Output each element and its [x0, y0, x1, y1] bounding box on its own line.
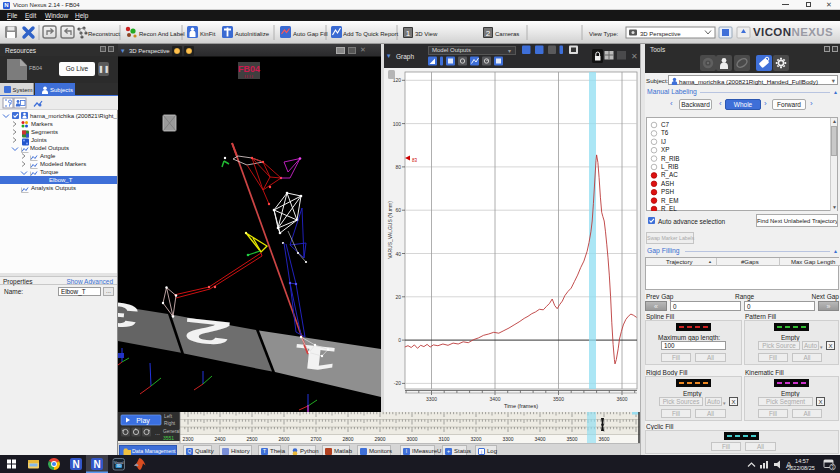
svg-text:3500: 3500: [566, 436, 577, 442]
svg-text:2600: 2600: [278, 436, 289, 442]
svg-text:R_RIB: R_RIB: [661, 155, 680, 163]
svg-text:3600: 3600: [616, 396, 627, 402]
svg-text:VARUS_VALGUS (N.mm): VARUS_VALGUS (N.mm): [387, 201, 393, 259]
svg-text:1: 1: [291, 337, 340, 380]
svg-text:3300: 3300: [426, 396, 437, 402]
svg-text:20: 20: [395, 294, 401, 300]
svg-text:N: N: [93, 459, 100, 470]
svg-text:2022/08/25: 2022/08/25: [787, 465, 815, 471]
svg-text:3400: 3400: [489, 396, 500, 402]
svg-text:100: 100: [393, 121, 402, 127]
svg-text:3300: 3300: [502, 436, 513, 442]
svg-text:Left: Left: [164, 414, 173, 419]
svg-text:R_AC: R_AC: [661, 171, 678, 179]
svg-text:0: 0: [398, 337, 401, 343]
svg-text:3400: 3400: [534, 436, 545, 442]
svg-text:3000: 3000: [406, 436, 417, 442]
svg-text:60: 60: [395, 207, 401, 213]
svg-text:▌ ▌ ▌ ▌: ▌ ▌ ▌ ▌: [244, 74, 253, 78]
svg-text:IJ: IJ: [661, 138, 666, 145]
svg-text:2800: 2800: [342, 436, 353, 442]
svg-text:3551: 3551: [163, 435, 174, 441]
svg-text:Play: Play: [136, 417, 150, 425]
svg-text:80: 80: [395, 164, 401, 170]
svg-text:FB04: FB04: [238, 64, 260, 74]
svg-text:N: N: [72, 459, 79, 470]
svg-text:14:57: 14:57: [795, 458, 809, 464]
svg-text:L_RIB: L_RIB: [661, 163, 679, 171]
svg-text:PSH: PSH: [661, 188, 674, 195]
svg-text:3500: 3500: [553, 396, 564, 402]
svg-text:3200: 3200: [470, 436, 481, 442]
svg-text:...: ...: [155, 430, 160, 436]
svg-text:2: 2: [486, 29, 491, 38]
svg-text:ASH: ASH: [661, 180, 674, 187]
svg-text:3D: 3D: [116, 464, 121, 468]
svg-text:R_EL: R_EL: [661, 205, 677, 211]
svg-text:C7: C7: [661, 121, 670, 128]
svg-text:Time (frames): Time (frames): [504, 403, 538, 409]
svg-text:2300: 2300: [182, 436, 193, 442]
svg-text:2400: 2400: [214, 436, 225, 442]
svg-text:3600: 3600: [598, 436, 609, 442]
svg-text:3100: 3100: [438, 436, 449, 442]
svg-text:T6: T6: [661, 129, 669, 136]
svg-text:40: 40: [395, 251, 401, 257]
svg-text:2: 2: [181, 310, 234, 353]
svg-text:1: 1: [406, 29, 411, 38]
svg-text:General: General: [163, 429, 180, 434]
svg-text:R_EM: R_EM: [661, 197, 679, 205]
svg-text:2500: 2500: [246, 436, 257, 442]
svg-text:83: 83: [412, 158, 418, 163]
svg-text:3: 3: [118, 294, 141, 336]
svg-text:XP: XP: [661, 146, 669, 153]
svg-text:Right: Right: [164, 421, 176, 426]
svg-text:-20: -20: [394, 380, 401, 386]
svg-text:2700: 2700: [310, 436, 321, 442]
svg-text:2900: 2900: [374, 436, 385, 442]
